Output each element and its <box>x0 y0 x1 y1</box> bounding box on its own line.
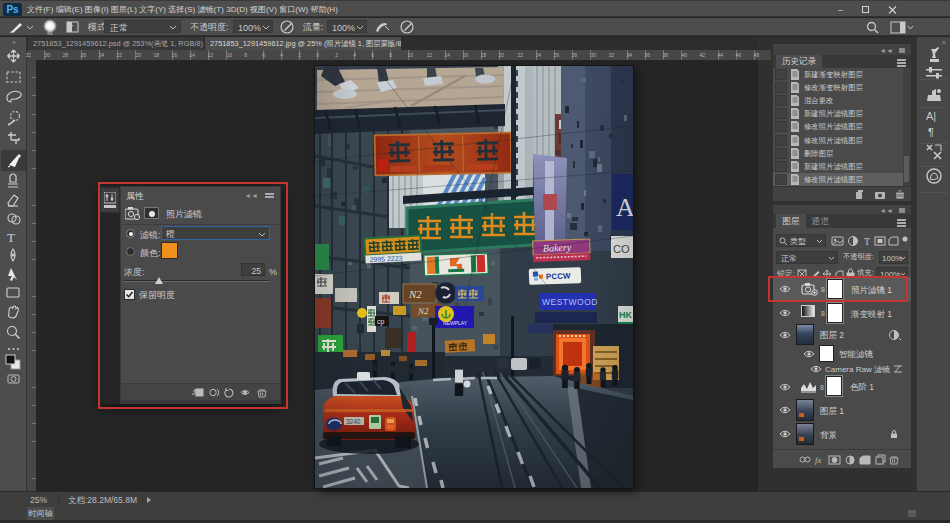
svg-text:T: T <box>7 230 15 245</box>
svg-text:¶: ¶ <box>928 126 934 138</box>
svg-text:45: 45 <box>47 30 53 36</box>
svg-text:A|: A| <box>926 110 936 122</box>
svg-text:T: T <box>864 236 870 247</box>
svg-text:fx: fx <box>815 455 822 465</box>
